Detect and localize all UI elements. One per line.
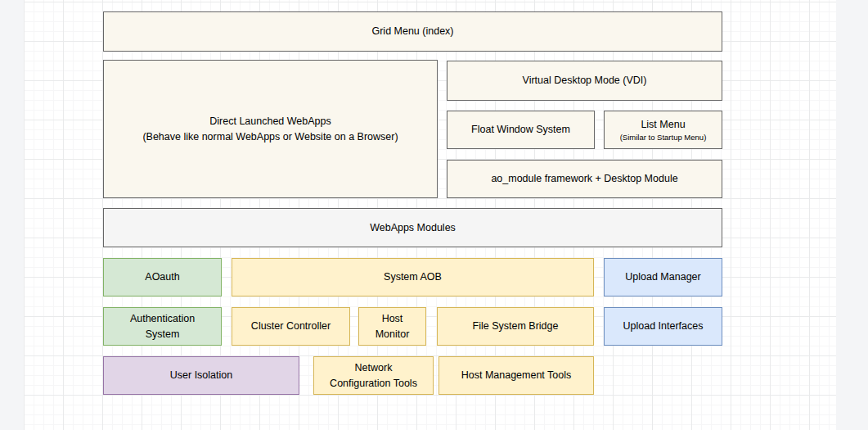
box-direct-launched-webapps-label: Direct Launched WebApps (Behave like nor… — [142, 114, 398, 143]
box-file-system-bridge-label: File System Bridge — [473, 319, 559, 333]
box-host-management-tools: Host Management Tools — [438, 356, 594, 395]
box-host-management-tools-label: Host Management Tools — [461, 368, 572, 382]
box-ao-module-framework: ao_module framework + Desktop Module — [447, 160, 722, 198]
diagram-screen: Grid Menu (index) Direct Launched WebApp… — [0, 0, 868, 430]
box-authentication-system-label: Authentication System — [130, 311, 195, 341]
box-direct-launched-webapps: Direct Launched WebApps (Behave like nor… — [103, 60, 438, 198]
box-cluster-controller-label: Cluster Controller — [251, 319, 331, 333]
box-aoauth-label: AOauth — [145, 269, 179, 284]
box-upload-manager: Upload Manager — [604, 258, 722, 296]
box-list-menu-sublabel: (Similar to Startup Menu) — [620, 132, 707, 143]
box-list-menu: List Menu (Similar to Startup Menu) — [604, 111, 722, 149]
box-file-system-bridge: File System Bridge — [437, 307, 594, 346]
box-grid-menu-label: Grid Menu (index) — [371, 24, 453, 38]
box-system-aob: System AOB — [232, 258, 594, 296]
box-list-menu-label: List Menu — [641, 117, 685, 132]
box-upload-manager-label: Upload Manager — [625, 269, 700, 284]
box-float-window-system: Float Window System — [447, 111, 595, 149]
box-upload-interfaces: Upload Interfaces — [604, 307, 722, 346]
box-host-monitor-label: Host Monitor — [376, 311, 410, 341]
box-virtual-desktop-mode: Virtual Desktop Mode (VDI) — [447, 61, 722, 101]
box-cluster-controller: Cluster Controller — [232, 307, 350, 346]
box-user-isolation-label: User Isolation — [170, 368, 232, 382]
box-webapps-modules: WebApps Modules — [103, 208, 722, 247]
box-authentication-system: Authentication System — [103, 307, 222, 346]
box-grid-menu: Grid Menu (index) — [103, 11, 722, 52]
box-user-isolation: User Isolation — [103, 356, 299, 395]
box-system-aob-label: System AOB — [384, 269, 442, 284]
box-webapps-modules-label: WebApps Modules — [370, 220, 456, 235]
box-ao-module-framework-label: ao_module framework + Desktop Module — [491, 171, 677, 186]
box-host-monitor: Host Monitor — [358, 307, 426, 346]
box-network-configuration-tools: Network Configuration Tools — [313, 356, 434, 395]
box-upload-interfaces-label: Upload Interfaces — [623, 319, 704, 333]
box-float-window-system-label: Float Window System — [471, 122, 570, 137]
box-aoauth: AOauth — [103, 258, 222, 296]
box-virtual-desktop-mode-label: Virtual Desktop Mode (VDI) — [523, 73, 647, 88]
box-network-configuration-tools-label: Network Configuration Tools — [330, 360, 417, 390]
